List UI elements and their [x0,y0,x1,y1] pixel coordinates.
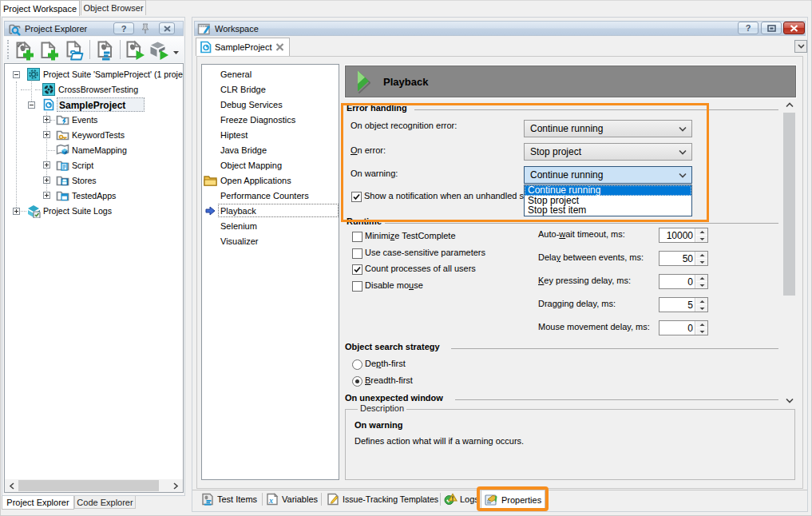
svg-text:x: x [268,496,273,505]
